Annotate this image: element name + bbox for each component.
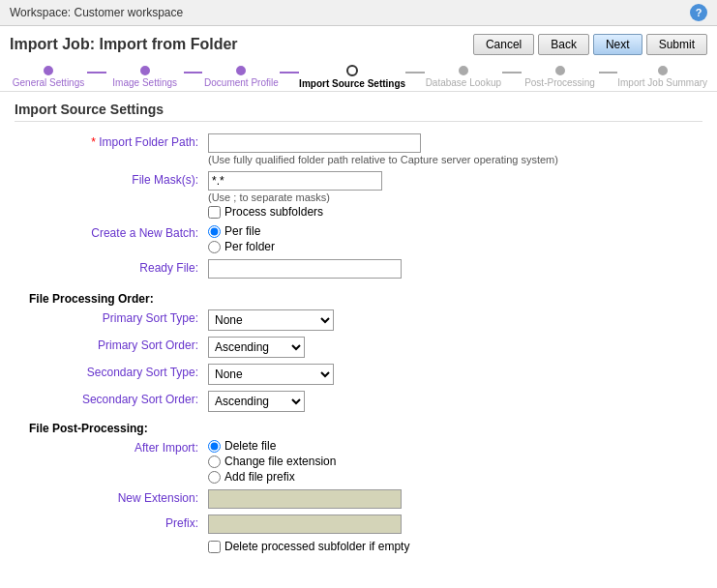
ready-file-input[interactable] xyxy=(208,259,402,279)
new-extension-control xyxy=(208,489,702,509)
step-dot-db-lookup xyxy=(459,66,468,75)
wizard-steps: General Settings Image Settings Document… xyxy=(10,65,707,89)
per-folder-radio-item: Per folder xyxy=(208,240,702,253)
prefix-input[interactable] xyxy=(208,514,402,534)
main-content: Import Source Settings * Import Folder P… xyxy=(0,92,717,569)
wizard-bar: General Settings Image Settings Document… xyxy=(0,59,717,92)
help-icon[interactable]: ? xyxy=(690,4,707,21)
prefix-row: Prefix: xyxy=(15,514,702,534)
step-label-image: Image Settings xyxy=(112,77,177,88)
submit-button[interactable]: Submit xyxy=(646,34,707,55)
cancel-button[interactable]: Cancel xyxy=(473,34,534,55)
ready-file-control xyxy=(208,259,702,279)
per-folder-radio[interactable] xyxy=(208,241,221,253)
secondary-sort-type-control: None File Name File Date File Size xyxy=(208,364,702,385)
delete-subfolder-label: Delete processed subfolder if empty xyxy=(224,540,409,553)
import-folder-path-label: * Import Folder Path: xyxy=(15,133,208,149)
wizard-line-3 xyxy=(280,72,299,74)
change-ext-radio[interactable] xyxy=(208,456,221,468)
add-prefix-radio[interactable] xyxy=(208,471,221,484)
new-extension-row: New Extension: xyxy=(15,489,702,509)
wizard-step-db-lookup[interactable]: Database Lookup xyxy=(425,66,502,88)
back-button[interactable]: Back xyxy=(538,34,589,55)
prefix-control xyxy=(208,514,702,534)
primary-sort-type-row: Primary Sort Type: None File Name File D… xyxy=(15,309,702,331)
secondary-sort-type-label: Secondary Sort Type: xyxy=(15,364,208,379)
add-prefix-radio-item: Add file prefix xyxy=(208,470,702,484)
file-post-processing-label: File Post-Processing: xyxy=(29,420,208,435)
ready-file-row: Ready File: xyxy=(15,259,702,279)
process-subfolders-label: Process subfolders xyxy=(224,205,323,219)
after-import-radio-group: Delete file Change file extension Add fi… xyxy=(208,439,702,484)
wizard-step-import-source[interactable]: Import Source Settings xyxy=(299,65,405,89)
import-folder-path-hint: (Use fully qualified folder path relativ… xyxy=(208,154,702,165)
new-extension-input[interactable] xyxy=(208,489,402,509)
page-title: Import Source Settings xyxy=(15,102,702,122)
file-masks-label: File Mask(s): xyxy=(15,171,208,187)
create-batch-control: Per file Per folder xyxy=(208,224,702,253)
workspace-title: Workspace: Customer workspace xyxy=(10,6,183,19)
new-extension-label: New Extension: xyxy=(15,489,208,505)
step-label-import-source: Import Source Settings xyxy=(299,78,405,89)
step-dot-summary xyxy=(658,66,668,75)
process-subfolders-row: Process subfolders xyxy=(208,205,702,219)
file-masks-control: (Use ; to separate masks) Process subfol… xyxy=(208,171,702,219)
file-masks-row: File Mask(s): (Use ; to separate masks) … xyxy=(15,171,702,219)
prefix-label: Prefix: xyxy=(15,514,208,530)
primary-sort-order-label: Primary Sort Order: xyxy=(15,337,208,352)
step-label-post-processing: Post-Processing xyxy=(524,77,595,88)
per-folder-label: Per folder xyxy=(224,240,275,253)
import-folder-path-input[interactable] xyxy=(208,133,421,153)
wizard-line-2 xyxy=(184,72,203,74)
step-label-document: Document Profile xyxy=(204,77,279,88)
delete-subfolder-checkbox[interactable] xyxy=(208,541,221,553)
step-label-general: General Settings xyxy=(13,77,85,88)
delete-file-label: Delete file xyxy=(224,439,276,453)
header-buttons: Cancel Back Next Submit xyxy=(473,34,707,55)
secondary-sort-type-select[interactable]: None File Name File Date File Size xyxy=(208,364,334,385)
import-folder-path-row: * Import Folder Path: (Use fully qualifi… xyxy=(15,133,702,165)
file-masks-hint: (Use ; to separate masks) xyxy=(208,191,702,203)
change-ext-label: Change file extension xyxy=(224,455,336,468)
secondary-sort-type-row: Secondary Sort Type: None File Name File… xyxy=(15,364,702,385)
step-dot-image xyxy=(140,66,150,75)
step-dot-import-source xyxy=(346,65,358,76)
wizard-step-document[interactable]: Document Profile xyxy=(202,66,280,88)
wizard-step-image[interactable]: Image Settings xyxy=(106,66,184,88)
after-import-row: After Import: Delete file Change file ex… xyxy=(15,439,702,484)
delete-file-radio[interactable] xyxy=(208,440,221,453)
process-subfolders-checkbox[interactable] xyxy=(208,206,221,219)
primary-sort-type-label: Primary Sort Type: xyxy=(15,309,208,325)
per-file-label: Per file xyxy=(224,224,260,238)
job-title: Import Job: Import from Folder xyxy=(10,36,238,53)
wizard-line-6 xyxy=(599,72,618,74)
wizard-line-4 xyxy=(405,72,425,74)
secondary-sort-order-row: Secondary Sort Order: Ascending Descendi… xyxy=(15,391,702,412)
step-label-db-lookup: Database Lookup xyxy=(426,77,501,88)
file-post-processing-section: File Post-Processing: xyxy=(15,420,702,435)
step-dot-document xyxy=(236,66,246,75)
primary-sort-order-control: Ascending Descending xyxy=(208,337,702,358)
next-button[interactable]: Next xyxy=(593,34,642,55)
primary-sort-order-select[interactable]: Ascending Descending xyxy=(208,337,305,358)
secondary-sort-order-label: Secondary Sort Order: xyxy=(15,391,208,406)
wizard-step-post-processing[interactable]: Post-Processing xyxy=(522,66,599,88)
delete-file-radio-item: Delete file xyxy=(208,439,702,453)
import-folder-path-label-text: Import Folder Path: xyxy=(99,135,198,149)
header-row: Import Job: Import from Folder Cancel Ba… xyxy=(0,26,717,59)
batch-radio-group: Per file Per folder xyxy=(208,224,702,253)
per-file-radio[interactable] xyxy=(208,225,221,238)
file-masks-input[interactable] xyxy=(208,171,382,191)
primary-sort-type-control: None File Name File Date File Size xyxy=(208,309,702,331)
wizard-step-general[interactable]: General Settings xyxy=(10,66,87,88)
import-folder-path-control: (Use fully qualified folder path relativ… xyxy=(208,133,702,165)
step-label-summary: Import Job Summary xyxy=(617,77,707,88)
file-processing-section: File Processing Order: xyxy=(15,290,702,306)
wizard-step-summary[interactable]: Import Job Summary xyxy=(617,66,707,88)
after-import-label: After Import: xyxy=(15,439,208,455)
primary-sort-type-select[interactable]: None File Name File Date File Size xyxy=(208,309,334,331)
delete-subfolder-control: Delete processed subfolder if empty xyxy=(208,540,409,553)
top-bar: Workspace: Customer workspace ? xyxy=(0,0,717,26)
file-processing-order-label: File Processing Order: xyxy=(29,290,208,306)
secondary-sort-order-select[interactable]: Ascending Descending xyxy=(208,391,305,412)
